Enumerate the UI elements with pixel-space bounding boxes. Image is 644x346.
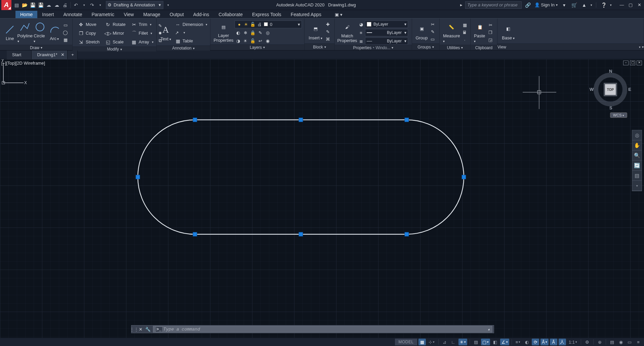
ribbon-tab-add-ins[interactable]: Add-ins bbox=[189, 11, 214, 18]
exchange-icon[interactable]: ▾ bbox=[560, 1, 568, 9]
copyclip-icon[interactable]: ❐ bbox=[487, 29, 494, 36]
a360-icon[interactable]: ▲ bbox=[580, 1, 588, 9]
model-paper-toggle[interactable]: MODEL bbox=[395, 339, 417, 345]
annotation-visibility-icon[interactable]: Å bbox=[550, 339, 557, 345]
lineweight-toggle-icon[interactable]: ≡ bbox=[514, 339, 522, 345]
panel-title-utilities[interactable]: Utilities bbox=[440, 45, 470, 50]
viewcube-n[interactable]: N bbox=[609, 69, 612, 74]
ungroup-icon[interactable]: ✂ bbox=[429, 21, 436, 28]
file-tab-close-icon[interactable]: ✕ bbox=[61, 52, 65, 57]
base-view-button[interactable]: ◧ Base bbox=[500, 20, 516, 43]
viewcube-e[interactable]: E bbox=[628, 87, 631, 92]
showmotion-icon[interactable]: ▤ bbox=[632, 171, 642, 181]
doc-close-icon[interactable]: ✕ bbox=[637, 61, 642, 65]
viewcube-face[interactable]: TOP bbox=[605, 84, 616, 95]
qat-customize[interactable]: ▾ bbox=[165, 1, 172, 9]
panel-title-block[interactable]: Block bbox=[305, 43, 334, 50]
stretch-tool[interactable]: ⇲Stretch bbox=[77, 38, 101, 46]
snap-toggle-icon[interactable]: ⊹ bbox=[427, 339, 436, 345]
block-attr-icon[interactable]: ⌘ bbox=[324, 36, 331, 42]
panel-title-layers[interactable]: Layers bbox=[210, 44, 304, 50]
group-button[interactable]: ▣ Group bbox=[415, 20, 429, 43]
panel-title-properties[interactable]: Properties • Windo... bbox=[335, 45, 412, 50]
annotation-monitor-icon[interactable]: ⊕ bbox=[596, 339, 603, 345]
commandline-grip-icon[interactable]: ⋮⋮ bbox=[131, 327, 137, 332]
scale-selector[interactable]: 1:1 bbox=[567, 339, 578, 345]
selection-cycling-icon[interactable]: ⟳ bbox=[532, 339, 539, 345]
file-tab[interactable]: Start bbox=[7, 50, 32, 59]
ribbon-tab-home[interactable]: Home bbox=[15, 11, 37, 18]
move-tool[interactable]: ✥Move bbox=[77, 21, 101, 28]
full-nav-wheel-icon[interactable]: ◎ bbox=[632, 130, 642, 140]
3dosnap-icon[interactable]: ◧ bbox=[491, 339, 499, 345]
viewcube-w[interactable]: W bbox=[590, 87, 594, 92]
copy-tool[interactable]: ❐Copy bbox=[77, 29, 101, 37]
grid-toggle-icon[interactable]: ▦ bbox=[418, 339, 426, 345]
line-tool[interactable]: Line bbox=[3, 20, 17, 45]
layer-uniso-icon[interactable]: ◉ bbox=[264, 38, 271, 44]
connect-icon[interactable]: 🔗 bbox=[524, 1, 532, 9]
color-selector[interactable]: ByLayer bbox=[365, 21, 408, 28]
lineweight-icon[interactable]: ≣ bbox=[358, 38, 364, 44]
plot-icon[interactable]: 🖨 bbox=[61, 1, 69, 9]
select-all-icon[interactable]: ▦ bbox=[461, 22, 468, 28]
file-tab[interactable]: Drawing1*✕ bbox=[32, 50, 68, 59]
ortho-icon[interactable]: ∟ bbox=[450, 339, 457, 345]
orbit-icon[interactable]: 🔄 bbox=[632, 161, 642, 171]
help-icon[interactable]: ❔ bbox=[600, 1, 607, 9]
point-icon[interactable]: · bbox=[461, 36, 468, 43]
webmobile-save-icon[interactable]: ☁ bbox=[53, 1, 61, 9]
layer-match-icon[interactable]: ✎ bbox=[257, 30, 264, 36]
help-dropdown[interactable]: ▾ bbox=[610, 3, 612, 7]
doc-maximize-icon[interactable]: ▢ bbox=[630, 61, 635, 65]
doc-minimize-icon[interactable]: – bbox=[623, 61, 629, 65]
wcs-badge[interactable]: WCS bbox=[610, 112, 627, 118]
undo-icon[interactable]: ↶ bbox=[72, 1, 80, 9]
hardware-accel-icon[interactable]: ◉ bbox=[617, 339, 625, 345]
osnap-icon[interactable]: ▢ bbox=[481, 339, 490, 345]
measure-button[interactable]: 📏 Measure bbox=[442, 20, 461, 45]
layer-properties-button[interactable]: ▤ LayerProperties bbox=[213, 20, 234, 44]
cart-icon[interactable]: 🛒 bbox=[570, 1, 578, 9]
minimize-icon[interactable]: — bbox=[618, 2, 625, 8]
command-line[interactable]: ⋮⋮ ✕ 🔧 Type a command bbox=[131, 325, 494, 333]
clean-screen-icon[interactable]: ▭ bbox=[626, 339, 633, 345]
panel-title-draw[interactable]: Draw bbox=[0, 45, 72, 50]
viewcube-s[interactable]: S bbox=[609, 105, 612, 110]
zoom-extents-icon[interactable]: 🔍 bbox=[632, 150, 642, 161]
viewcube[interactable]: TOP N S E W bbox=[590, 69, 631, 110]
isodraft-icon[interactable]: ▨ bbox=[472, 339, 480, 345]
panel-title-modify[interactable]: Modify bbox=[73, 46, 156, 51]
trim-tool[interactable]: ✂Trim▾ bbox=[130, 21, 155, 28]
maximize-icon[interactable]: ▢ bbox=[627, 2, 634, 8]
paste-button[interactable]: 📋 Paste bbox=[473, 20, 486, 45]
panel-title-clipboard[interactable]: Clipboard bbox=[471, 45, 497, 50]
leader-dropdown[interactable]: ▾ bbox=[181, 29, 188, 36]
array-tool[interactable]: ▦Array▾ bbox=[130, 38, 155, 46]
pan-icon[interactable]: ✋ bbox=[632, 140, 642, 150]
copybase-icon[interactable]: ◲ bbox=[487, 36, 494, 43]
layer-selector[interactable]: ● ☀ 🔓 🖨 0 bbox=[235, 21, 302, 28]
color-wheel-icon[interactable]: ◕ bbox=[358, 21, 364, 28]
redo-dropdown[interactable]: ▾ bbox=[96, 1, 104, 9]
ribbon-tab-express-tools[interactable]: Express Tools bbox=[247, 11, 286, 18]
panel-title-annotation[interactable]: Annotation bbox=[157, 45, 210, 50]
ribbon-tab-collaborate[interactable]: Collaborate bbox=[214, 11, 247, 18]
lineweight-selector[interactable]: ByLayer bbox=[365, 37, 408, 45]
create-block-icon[interactable]: ✚ bbox=[324, 21, 331, 28]
group-edit-icon[interactable]: ✎ bbox=[429, 28, 436, 35]
drawing-area[interactable]: [–][Top][2D Wireframe] – ▢ ✕ bbox=[0, 59, 644, 338]
workspace-selector[interactable]: Drafting & Annotation bbox=[106, 1, 163, 9]
ribbon-tab-view[interactable]: View bbox=[119, 11, 138, 18]
quick-calc-icon[interactable]: 🖩 bbox=[461, 29, 468, 36]
hatch-icon[interactable]: ▦ bbox=[62, 36, 69, 43]
command-input[interactable]: Type a command bbox=[153, 326, 492, 333]
file-tab-add[interactable]: + bbox=[68, 50, 78, 59]
ribbon-tab-annotate[interactable]: Annotate bbox=[58, 11, 87, 18]
layer-lock-icon[interactable]: 🔒 bbox=[249, 30, 256, 36]
linetype-selector[interactable]: ByLayer bbox=[365, 29, 408, 36]
layer-prev-icon[interactable]: ↩ bbox=[257, 38, 264, 44]
new-icon[interactable]: ▤ bbox=[13, 1, 20, 9]
layer-iso-icon[interactable]: ◎ bbox=[264, 30, 271, 36]
circle-tool[interactable]: Circle bbox=[33, 20, 47, 45]
